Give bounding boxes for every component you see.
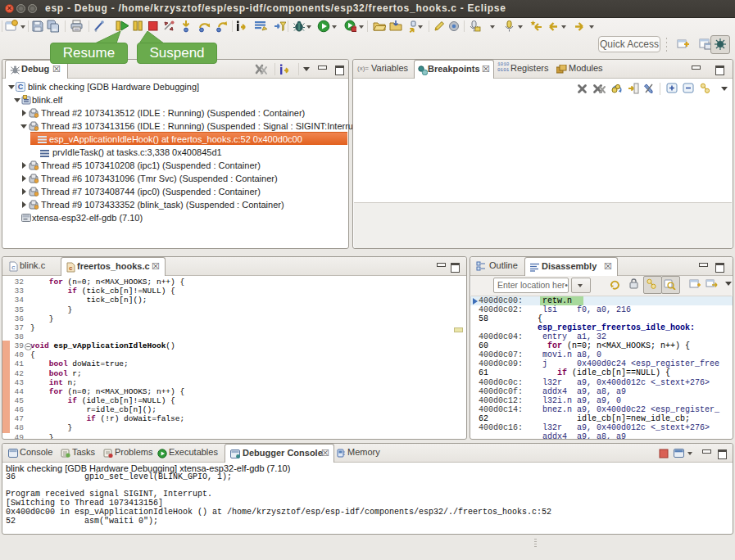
svg-text:c: c (11, 264, 16, 271)
svg-text:C: C (18, 83, 24, 91)
svg-text:c: c (69, 264, 73, 272)
